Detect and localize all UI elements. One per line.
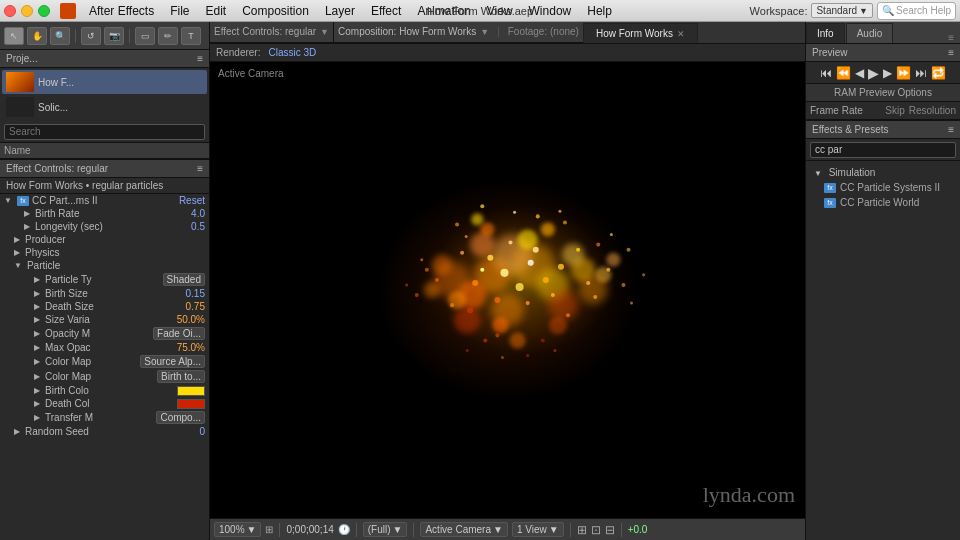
search-help-input[interactable]: 🔍 Search Help <box>877 2 956 20</box>
type-tool-button[interactable]: T <box>181 27 201 45</box>
ec-particle-type-row[interactable]: ▶ Particle Ty Shaded <box>0 272 209 287</box>
mask-view-icon[interactable]: ⊟ <box>605 523 615 537</box>
camera-arrow-icon: ▼ <box>493 524 503 535</box>
tab-how-form-works[interactable]: How Form Works ✕ <box>583 23 698 43</box>
tab-audio[interactable]: Audio <box>846 23 894 43</box>
ec-death-color-swatch[interactable] <box>177 399 205 409</box>
ep-search-input[interactable] <box>810 142 956 158</box>
menu-aftereffects[interactable]: After Effects <box>82 2 161 20</box>
project-item-comp[interactable]: How F... <box>2 70 207 94</box>
ep-simulation-category[interactable]: ▼ Simulation <box>810 165 956 180</box>
project-item-label-solid: Solic... <box>38 102 68 113</box>
effects-presets-panel: Effects & Presets ≡ ▼ Simulation fx CC P… <box>806 121 960 540</box>
hand-tool-button[interactable]: ✋ <box>27 27 47 45</box>
preview-next-frame-button[interactable]: ▶ <box>883 66 892 80</box>
ec-random-seed-triangle-icon: ▶ <box>14 427 20 436</box>
preview-last-button[interactable]: ⏭ <box>915 66 927 80</box>
ec-opacity-m-row[interactable]: ▶ Opacity M Fade Oi... <box>0 326 209 341</box>
ec-random-seed-row[interactable]: ▶ Random Seed 0 <box>0 425 209 438</box>
ec-death-color-row[interactable]: ▶ Death Col <box>0 397 209 410</box>
ec-transfer-m-row[interactable]: ▶ Transfer M Compo... <box>0 410 209 425</box>
ep-menu-icon[interactable]: ≡ <box>948 124 954 135</box>
zoom-dropdown[interactable]: 100% ▼ <box>214 522 261 537</box>
workspace-dropdown[interactable]: Standard ▼ <box>811 3 873 18</box>
preview-forward-button[interactable]: ⏩ <box>896 66 911 80</box>
project-menu-icon[interactable]: ≡ <box>197 53 203 64</box>
svg-point-48 <box>593 295 597 299</box>
grid-icon[interactable]: ⊞ <box>577 523 587 537</box>
ec-birth-color-row[interactable]: ▶ Birth Colo <box>0 384 209 397</box>
ec-birth-color-triangle-icon: ▶ <box>34 386 40 395</box>
svg-point-44 <box>576 248 580 252</box>
rotate-tool-button[interactable]: ↺ <box>81 27 101 45</box>
menu-composition[interactable]: Composition <box>235 2 316 20</box>
ec-reset-button[interactable]: Reset <box>179 195 205 206</box>
svg-point-35 <box>494 297 500 303</box>
quality-arrow-icon: ▼ <box>393 524 403 535</box>
svg-point-14 <box>454 307 480 333</box>
svg-point-61 <box>627 248 631 252</box>
ec-birth-rate-row[interactable]: ▶ Birth Rate 4.0 <box>0 207 209 220</box>
project-item-solid[interactable]: Solic... <box>2 95 207 119</box>
zoom-tool-button[interactable]: 🔍 <box>50 27 70 45</box>
preview-first-button[interactable]: ⏮ <box>820 66 832 80</box>
maximize-window-button[interactable] <box>38 5 50 17</box>
ec-physics-row[interactable]: ▶ Physics <box>0 246 209 259</box>
preview-play-button[interactable]: ▶ <box>868 65 879 81</box>
ec-death-size-row[interactable]: ▶ Death Size 0.75 <box>0 300 209 313</box>
ec-transfer-value[interactable]: Compo... <box>156 411 205 424</box>
camera-dropdown[interactable]: Active Camera ▼ <box>420 522 507 537</box>
svg-point-22 <box>480 222 494 236</box>
ec-color-map2-value[interactable]: Birth to... <box>157 370 205 383</box>
effect-controls-menu-icon[interactable]: ≡ <box>197 163 203 174</box>
menu-effect[interactable]: Effect <box>364 2 408 20</box>
minimize-window-button[interactable] <box>21 5 33 17</box>
menu-layer[interactable]: Layer <box>318 2 362 20</box>
view-dropdown[interactable]: 1 View ▼ <box>512 522 564 537</box>
preview-prev-frame-button[interactable]: ◀ <box>855 66 864 80</box>
ec-color-map-row[interactable]: ▶ Color Map Source Alp... <box>0 354 209 369</box>
ep-item-icon-cc-particle-world: fx <box>824 198 836 208</box>
svg-point-56 <box>536 214 540 218</box>
menu-edit[interactable]: Edit <box>198 2 233 20</box>
ec-birth-size-row[interactable]: ▶ Birth Size 0.15 <box>0 287 209 300</box>
svg-point-18 <box>492 317 508 333</box>
fit-icon[interactable]: ⊞ <box>265 524 273 535</box>
ec-opacity-value[interactable]: Fade Oi... <box>153 327 205 340</box>
right-panel-menu-icon[interactable]: ≡ <box>942 32 960 43</box>
ec-max-opac-row[interactable]: ▶ Max Opac 75.0% <box>0 341 209 354</box>
svg-point-26 <box>510 332 526 348</box>
vt-sep1 <box>279 523 280 537</box>
ec-particle-group-row[interactable]: ▼ Particle <box>0 259 209 272</box>
pen-tool-button[interactable]: ✏ <box>158 27 178 45</box>
ec-longevity-row[interactable]: ▶ Longevity (sec) 0.5 <box>0 220 209 233</box>
ram-preview-button[interactable]: RAM Preview Options <box>806 84 960 102</box>
ec-color-map-value[interactable]: Source Alp... <box>140 355 205 368</box>
ep-item-cc-particle-systems[interactable]: fx CC Particle Systems II <box>810 180 956 195</box>
time-offset: +0.0 <box>628 524 648 535</box>
preview-menu-icon[interactable]: ≡ <box>948 47 954 58</box>
preview-section: Preview ≡ ⏮ ⏪ ◀ ▶ ▶ ⏩ ⏭ 🔁 RAM Preview Op… <box>806 44 960 121</box>
ec-birth-color-swatch[interactable] <box>177 386 205 396</box>
menu-file[interactable]: File <box>163 2 196 20</box>
ec-cc-parts-row[interactable]: ▼ fx CC Part...ms II Reset <box>0 194 209 207</box>
ec-particle-type-value[interactable]: Shaded <box>163 273 205 286</box>
select-tool-button[interactable]: ↖ <box>4 27 24 45</box>
project-search-input[interactable] <box>4 124 205 140</box>
tab-close-icon[interactable]: ✕ <box>677 29 685 39</box>
tab-info[interactable]: Info <box>806 23 845 43</box>
menu-help[interactable]: Help <box>580 2 619 20</box>
close-window-button[interactable] <box>4 5 16 17</box>
ep-item-cc-particle-world[interactable]: fx CC Particle World <box>810 195 956 210</box>
ec-size-varia-row[interactable]: ▶ Size Varia 50.0% <box>0 313 209 326</box>
ec-producer-row[interactable]: ▶ Producer <box>0 233 209 246</box>
cam-tool-button[interactable]: 📷 <box>104 27 124 45</box>
preview-loop-button[interactable]: 🔁 <box>931 66 946 80</box>
preview-back-button[interactable]: ⏪ <box>836 66 851 80</box>
cc-parts-icon: fx <box>17 196 29 206</box>
ec-color-map2-row[interactable]: ▶ Color Map Birth to... <box>0 369 209 384</box>
mask-tool-button[interactable]: ▭ <box>135 27 155 45</box>
snap-icon[interactable]: ⊡ <box>591 523 601 537</box>
quality-dropdown[interactable]: (Full) ▼ <box>363 522 408 537</box>
toolbar-separator <box>75 29 76 43</box>
